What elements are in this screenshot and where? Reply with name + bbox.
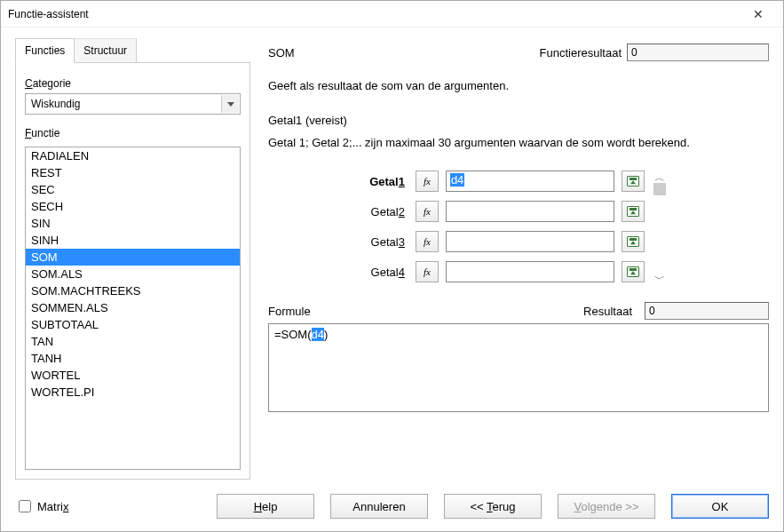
close-icon[interactable]: ✕: [740, 7, 776, 21]
function-list-item[interactable]: SOMMEN.ALS: [26, 299, 240, 316]
argument-label: Getal3: [369, 235, 408, 249]
function-list-item[interactable]: TAN: [26, 333, 240, 350]
function-list-item[interactable]: SIN: [26, 215, 240, 232]
argument-input[interactable]: [446, 231, 614, 252]
scroll-thumb[interactable]: [653, 183, 666, 195]
left-panel: Functies Structuur Categorie Wiskundig F…: [15, 38, 250, 480]
function-list-item[interactable]: WORTEL: [26, 367, 240, 384]
ok-button[interactable]: OK: [671, 494, 769, 519]
function-listbox[interactable]: RADIALENRESTSECSECHSINSINHSOMSOM.ALSSOM.…: [25, 147, 241, 470]
fx-button[interactable]: fx: [416, 261, 439, 282]
next-button[interactable]: Volgende >>: [558, 494, 655, 519]
arguments-block: Getal1fxd4Getal2fxGetal3fxGetal4fx ︿ ﹀: [268, 171, 769, 286]
cancel-button[interactable]: Annuleren: [330, 494, 428, 519]
titlebar: Functie-assistent ✕: [1, 1, 783, 28]
scroll-down-icon[interactable]: ﹀: [652, 274, 668, 284]
function-list-item[interactable]: SUBTOTAAL: [26, 316, 240, 333]
formula-header: Formule Resultaat 0: [268, 302, 769, 320]
argument-title: Getal1 (vereist): [268, 114, 769, 127]
content-area: Functies Structuur Categorie Wiskundig F…: [1, 28, 783, 487]
formula-textarea[interactable]: =SOM(d4): [268, 323, 769, 412]
help-button[interactable]: Help: [217, 494, 314, 519]
matrix-checkbox-input[interactable]: [19, 500, 31, 512]
function-list-item[interactable]: SOM.MACHTREEKS: [26, 282, 240, 299]
shrink-selection-button[interactable]: [622, 231, 645, 252]
function-list-item[interactable]: SEC: [26, 181, 240, 198]
function-list-item[interactable]: SECH: [26, 198, 240, 215]
argument-label: Getal2: [369, 205, 408, 218]
argument-label: Getal4: [369, 266, 408, 279]
argument-label: Getal1: [369, 175, 408, 188]
category-select[interactable]: Wiskundig: [25, 93, 241, 115]
fx-button[interactable]: fx: [416, 231, 439, 252]
fx-button[interactable]: fx: [416, 171, 439, 192]
shrink-selection-button[interactable]: [622, 261, 645, 282]
result-value: 0: [645, 302, 769, 320]
selection-icon: [627, 176, 639, 187]
back-button[interactable]: << Terug: [444, 494, 542, 519]
footer: Matrix Help Annuleren << Terug Volgende …: [1, 487, 783, 531]
shrink-selection-button[interactable]: [622, 201, 645, 222]
function-list-item[interactable]: WORTEL.PI: [26, 384, 240, 401]
arguments-scrollbar[interactable]: ︿ ﹀: [652, 171, 668, 286]
matrix-checkbox[interactable]: Matrix: [15, 497, 68, 515]
function-description: Geeft als resultaat de som van de argume…: [268, 79, 769, 92]
function-list-item[interactable]: RADIALEN: [26, 147, 240, 164]
selection-icon: [627, 236, 639, 247]
function-header: SOM Functieresultaat 0: [268, 44, 769, 61]
fx-button[interactable]: fx: [416, 201, 439, 222]
function-result-label: Functieresultaat: [540, 46, 622, 60]
tab-panel: Categorie Wiskundig Functie RADIALENREST…: [15, 62, 250, 480]
selection-icon: [627, 266, 639, 277]
function-list-item[interactable]: SINH: [26, 232, 240, 249]
function-result-value: 0: [627, 44, 769, 61]
chevron-down-icon: [221, 95, 239, 113]
scroll-up-icon[interactable]: ︿: [652, 172, 668, 183]
tabs: Functies Structuur: [15, 38, 250, 63]
function-name: SOM: [268, 46, 295, 60]
result-label: Resultaat: [583, 305, 632, 318]
shrink-selection-button[interactable]: [622, 171, 645, 192]
argument-input[interactable]: [446, 201, 614, 222]
window-title: Functie-assistent: [8, 8, 740, 20]
argument-input[interactable]: d4: [446, 171, 614, 192]
function-list-item[interactable]: SOM.ALS: [26, 266, 240, 282]
right-panel: SOM Functieresultaat 0 Geeft als resulta…: [268, 38, 769, 480]
tab-structure[interactable]: Structuur: [74, 38, 137, 63]
function-wizard-window: Functie-assistent ✕ Functies Structuur C…: [0, 0, 784, 532]
selection-icon: [627, 206, 639, 217]
argument-input[interactable]: [446, 261, 614, 282]
function-label: Functie: [25, 127, 241, 139]
function-list-item[interactable]: REST: [26, 164, 240, 181]
matrix-label: Matrix: [37, 500, 68, 513]
function-list-item[interactable]: TANH: [26, 350, 240, 367]
function-list-item[interactable]: SOM: [26, 249, 240, 266]
tab-functions[interactable]: Functies: [15, 38, 75, 63]
category-value: Wiskundig: [31, 98, 80, 110]
argument-description: Getal 1; Getal 2;... zijn maximaal 30 ar…: [268, 136, 769, 149]
category-label: Categorie: [25, 77, 241, 90]
arguments-grid: Getal1fxd4Getal2fxGetal3fxGetal4fx: [369, 171, 645, 282]
formula-label: Formule: [268, 305, 311, 318]
